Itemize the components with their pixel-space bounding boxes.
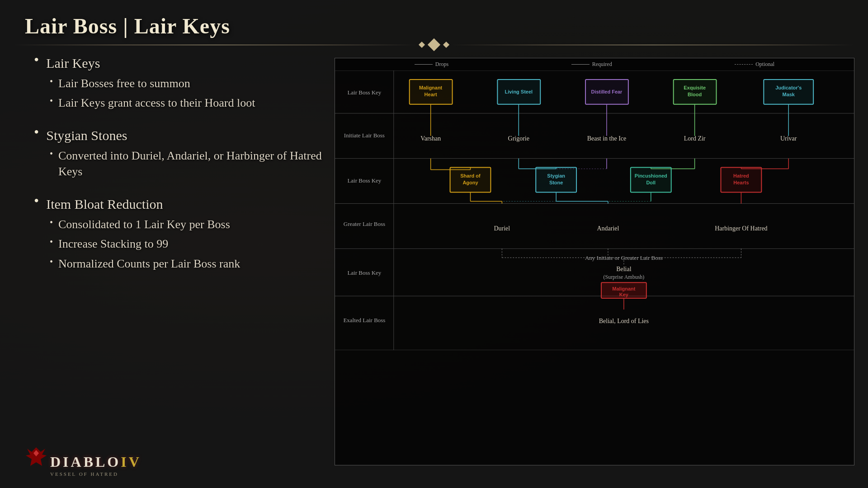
svg-text:(Surprise Ambush): (Surprise Ambush) [604,274,645,280]
sub-text-consolidated: Consolidated to 1 Lair Key per Boss [58,216,230,232]
lair-keys-sub-bullets: • Lair Bosses free to summon • Lair Keys… [25,75,332,111]
svg-text:Belial: Belial [616,266,631,272]
legend-required-label: Required [592,61,612,68]
bullet-lair-keys: • Lair Keys [25,54,332,72]
sub-dot-3: • [50,149,53,159]
svg-text:Hearts: Hearts [733,180,749,185]
decorative-divider [14,44,854,45]
svg-text:Distilled Fear: Distilled Fear [591,89,623,94]
chart-svg: Lair Boss Key Malignant Heart Living Ste… [335,70,854,350]
sub-bullet-consolidated: • Consolidated to 1 Lair Key per Boss [50,216,332,232]
svg-text:Stone: Stone [549,180,563,185]
logo-subtitle: VESSEL OF HATRED [50,471,142,477]
section-stygian-stones: • Stygian Stones • Converted into Duriel… [25,127,332,179]
svg-text:Malignant: Malignant [419,85,443,90]
legend-drops-label: Drops [435,61,448,68]
svg-text:Beast in the Ice: Beast in the Ice [587,135,627,142]
sub-dot-1: • [50,76,53,87]
divider-diamond-small-left [419,42,425,48]
svg-text:Hatred: Hatred [733,173,749,178]
left-panel: • Lair Keys • Lair Bosses free to summon… [25,54,332,287]
diablo-logo: DIABLOIV VESSEL OF HATRED [25,446,142,477]
sub-bullet-free-summon: • Lair Bosses free to summon [50,75,332,91]
logo-roman: IV [121,454,142,470]
sub-text-free-summon: Lair Bosses free to summon [58,75,190,91]
section-item-bloat: • Item Bloat Reduction • Consolidated to… [25,195,332,271]
legend-required-line [571,64,590,65]
bullet-dot-1: • [34,52,39,67]
svg-text:Doll: Doll [646,180,656,185]
stygian-title: Stygian Stones [46,127,127,144]
bullet-item-bloat: • Item Bloat Reduction [25,195,332,213]
sub-bullet-hoard-loot: • Lair Keys grant access to their Hoard … [50,95,332,111]
sub-text-hoard-loot: Lair Keys grant access to their Hoard lo… [58,95,255,111]
item-bloat-sub-bullets: • Consolidated to 1 Lair Key per Boss • … [25,216,332,271]
svg-text:Initiate Lair Boss: Initiate Lair Boss [344,132,385,139]
svg-text:Belial, Lord of Lies: Belial, Lord of Lies [599,318,649,324]
svg-text:Varshan: Varshan [420,135,441,142]
legend-solid-line [415,64,433,65]
legend-optional: Optional [735,61,774,68]
svg-text:Duriel: Duriel [494,225,510,232]
svg-text:Exalted Lair Boss: Exalted Lair Boss [343,317,385,324]
svg-text:Lair Boss Key: Lair Boss Key [347,89,381,96]
svg-text:Pincushioned: Pincushioned [635,173,667,178]
divider-diamond-center [428,38,440,51]
svg-text:Living Steel: Living Steel [505,89,533,94]
diablo-logo-icon [25,446,47,467]
stygian-sub-bullets: • Converted into Duriel, Andariel, or Ha… [25,148,332,179]
sub-dot-6: • [50,257,53,267]
svg-text:Greater Lair Boss: Greater Lair Boss [344,221,385,227]
sub-bullet-stacking: • Increase Stacking to 99 [50,236,332,252]
legend-drops: Drops [415,61,448,68]
lair-keys-title: Lair Keys [46,54,100,72]
svg-rect-0 [335,70,854,350]
svg-text:Lair Boss Key: Lair Boss Key [347,177,381,184]
svg-text:Agony: Agony [462,180,478,185]
divider-diamond-small-right [443,42,449,48]
svg-text:Harbinger Of Hatred: Harbinger Of Hatred [715,225,767,232]
svg-text:Heart: Heart [425,92,437,97]
bullet-stygian: • Stygian Stones [25,127,332,144]
sub-dot-2: • [50,96,53,106]
svg-text:Judicator's: Judicator's [775,85,802,90]
section-lair-keys: • Lair Keys • Lair Bosses free to summon… [25,54,332,111]
svg-text:Urivar: Urivar [780,135,797,142]
divider-line-right [450,45,854,45]
svg-text:Stygian: Stygian [547,173,565,178]
sub-bullet-converted: • Converted into Duriel, Andariel, or Ha… [50,148,332,179]
svg-text:Mask: Mask [783,92,795,97]
svg-text:Malignant: Malignant [612,286,636,291]
page-title: Lair Boss | Lair Keys [25,14,230,38]
sub-dot-4: • [50,217,53,228]
sub-bullet-normalized: • Normalized Counts per Lair Boss rank [50,256,332,272]
sub-text-converted: Converted into Duriel, Andariel, or Harb… [58,148,332,179]
divider-line-left [14,45,418,45]
bullet-dot-3: • [34,193,39,208]
item-bloat-title: Item Bloat Reduction [46,195,163,213]
legend-optional-line [735,64,753,65]
svg-text:Shard of: Shard of [460,173,481,178]
bullet-dot-2: • [34,125,39,139]
svg-text:Grigorie: Grigorie [508,135,529,142]
svg-text:Andariel: Andariel [597,225,619,232]
svg-text:Key: Key [619,292,629,297]
legend-optional-label: Optional [755,61,774,68]
svg-text:Exquisite: Exquisite [684,85,706,90]
chart-legend: Drops Required Optional [335,58,854,70]
svg-text:Lord Zir: Lord Zir [684,135,706,142]
sub-text-normalized: Normalized Counts per Lair Boss rank [58,256,240,272]
svg-text:Blood: Blood [688,92,702,97]
sub-text-stacking: Increase Stacking to 99 [58,236,168,252]
right-panel-chart: Drops Required Optional Lair Boss Key Ma… [335,58,854,465]
svg-text:Lair Boss Key: Lair Boss Key [347,269,381,276]
logo-title: DIABLO [50,454,121,470]
sub-dot-5: • [50,237,53,247]
legend-required: Required [571,61,612,68]
